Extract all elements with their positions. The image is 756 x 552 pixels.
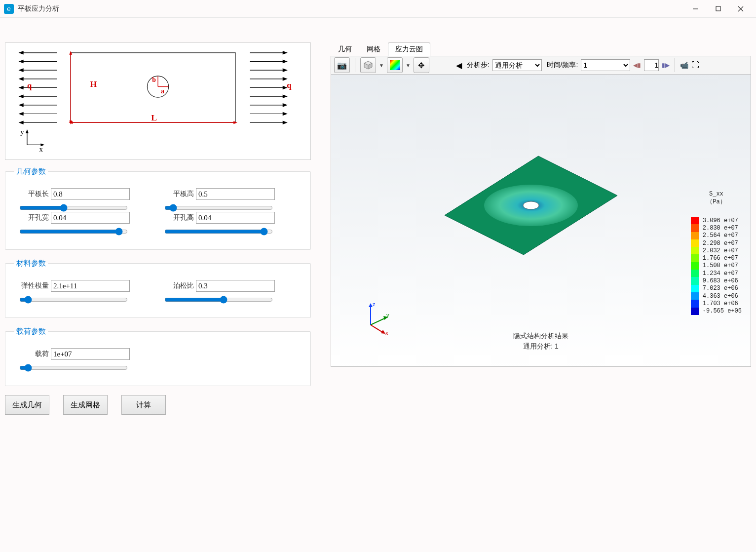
svg-rect-1 xyxy=(716,6,720,11)
poisson-ratio-input[interactable] xyxy=(196,280,275,292)
minimize-button[interactable] xyxy=(684,1,707,16)
fullscreen-icon[interactable]: ⛶ xyxy=(691,61,699,70)
analysis-step-select[interactable]: 通用分析 xyxy=(492,59,542,71)
legend-swatch xyxy=(691,262,699,270)
legend-value: 2.032 e+07 xyxy=(703,248,738,254)
clip-icon[interactable]: ◀ xyxy=(456,61,462,70)
svg-marker-48 xyxy=(283,95,287,98)
toolbar-separator xyxy=(355,58,355,72)
rainbow-icon xyxy=(390,60,400,70)
svg-marker-54 xyxy=(283,121,287,124)
svg-marker-40 xyxy=(283,60,287,63)
load-slider[interactable] xyxy=(19,364,128,372)
plate-length-slider[interactable] xyxy=(19,204,128,212)
svg-marker-11 xyxy=(19,78,23,80)
result-title-1: 隐式结构分析结果 xyxy=(513,331,568,341)
titlebar: ℮ 平板应力分析 xyxy=(0,0,756,18)
geometry-legend: 几何参数 xyxy=(14,167,48,176)
contour-plot xyxy=(440,151,622,262)
youngs-modulus-input[interactable] xyxy=(51,280,130,292)
load-input[interactable] xyxy=(51,348,130,360)
youngs-modulus-label: 弹性模量 xyxy=(19,281,49,290)
svg-marker-59 xyxy=(26,129,29,133)
svg-marker-13 xyxy=(19,86,23,89)
svg-text:H: H xyxy=(90,79,97,89)
hole-height-label: 开孔高 xyxy=(164,213,194,222)
cube-icon xyxy=(363,60,373,70)
generate-mesh-button[interactable]: 生成网格 xyxy=(63,395,108,415)
plate-height-input[interactable] xyxy=(196,188,275,200)
hole-width-input[interactable] xyxy=(51,212,130,224)
compute-button[interactable]: 计算 xyxy=(121,395,166,415)
svg-line-73 xyxy=(371,325,383,333)
legend-row: 1.234 e+07 xyxy=(691,270,742,277)
window-title: 平板应力分析 xyxy=(18,4,684,13)
svg-marker-42 xyxy=(283,69,287,72)
legend-swatch xyxy=(691,247,699,254)
app-icon: ℮ xyxy=(4,4,14,14)
legend-swatch xyxy=(691,292,699,300)
legend-row: 2.564 e+07 xyxy=(691,232,742,239)
svg-text:b: b xyxy=(152,76,156,83)
legend-value: 9.683 e+06 xyxy=(703,278,738,284)
fit-view-button[interactable]: ✥ xyxy=(414,57,429,73)
legend-quantity: S_xx xyxy=(709,191,723,197)
svg-marker-46 xyxy=(283,86,287,89)
close-button[interactable] xyxy=(729,1,752,16)
svg-marker-17 xyxy=(19,104,23,107)
generate-geometry-button[interactable]: 生成几何 xyxy=(5,395,49,415)
svg-text:q: q xyxy=(27,81,32,90)
tab-contour[interactable]: 应力云图 xyxy=(388,42,430,56)
legend-value: 2.298 e+07 xyxy=(703,240,738,246)
prev-step-icon[interactable]: ◀▮ xyxy=(633,62,641,69)
hole-height-slider[interactable] xyxy=(164,228,273,236)
material-legend: 材料参数 xyxy=(14,259,48,268)
result-title-2: 通用分析: 1 xyxy=(513,341,568,352)
hole-width-slider[interactable] xyxy=(19,228,128,236)
geometry-params-group: 几何参数 平板长 平板高 xyxy=(5,167,311,250)
svg-line-71 xyxy=(371,318,385,325)
svg-marker-70 xyxy=(369,303,373,307)
svg-marker-15 xyxy=(19,95,23,98)
time-freq-select[interactable]: 1 xyxy=(581,59,630,71)
camera-icon: 📷 xyxy=(337,61,347,70)
poisson-ratio-label: 泊松比 xyxy=(164,281,194,290)
legend-row: -9.565 e+05 xyxy=(691,308,742,315)
next-step-icon[interactable]: ▮▶ xyxy=(662,62,670,69)
color-mode-button[interactable] xyxy=(387,57,403,73)
schematic-diagram: q H L a b xyxy=(5,42,311,160)
legend-row: 7.023 e+06 xyxy=(691,285,742,292)
svg-text:y: y xyxy=(386,312,389,318)
view-cube-button[interactable] xyxy=(360,57,376,73)
hole-height-input[interactable] xyxy=(196,212,275,224)
frame-number-input[interactable] xyxy=(644,59,659,71)
time-freq-label: 时间/频率: xyxy=(547,61,578,70)
result-caption: 隐式结构分析结果 通用分析: 1 xyxy=(513,331,568,352)
legend-swatch xyxy=(691,285,699,292)
load-label: 载荷 xyxy=(19,350,49,358)
analysis-step-label: 分析步: xyxy=(467,61,490,70)
legend-value: 2.830 e+07 xyxy=(703,225,738,231)
result-tabs: 几何 网格 应力云图 xyxy=(331,42,751,56)
legend-value: -9.565 e+05 xyxy=(703,308,742,314)
tab-mesh[interactable]: 网格 xyxy=(359,42,388,56)
legend-value: 1.234 e+07 xyxy=(703,271,738,276)
legend-swatch xyxy=(691,254,699,262)
maximize-button[interactable] xyxy=(707,1,729,16)
youngs-modulus-slider[interactable] xyxy=(19,296,128,304)
svg-marker-9 xyxy=(19,69,23,72)
legend-value: 1.766 e+07 xyxy=(703,255,738,261)
color-legend: S_xx （Pa） 3.096 e+072.830 e+072.564 e+07… xyxy=(691,191,742,315)
screenshot-button[interactable]: 📷 xyxy=(334,57,350,73)
plate-height-slider[interactable] xyxy=(164,204,273,212)
svg-marker-52 xyxy=(283,113,287,116)
dropdown-icon[interactable]: ▼ xyxy=(406,63,411,68)
result-viewport[interactable]: z y x 隐式结构分析结果 通用分析: 1 S_xx （Pa） 3.096 e… xyxy=(331,75,751,367)
tab-geometry[interactable]: 几何 xyxy=(331,42,359,56)
poisson-ratio-slider[interactable] xyxy=(164,296,273,304)
load-params-group: 载荷参数 载荷 xyxy=(5,327,311,386)
dropdown-icon[interactable]: ▼ xyxy=(379,63,384,68)
record-icon[interactable]: 📹 xyxy=(680,61,688,69)
legend-value: 4.363 e+06 xyxy=(703,293,738,299)
plate-length-input[interactable] xyxy=(51,188,130,200)
